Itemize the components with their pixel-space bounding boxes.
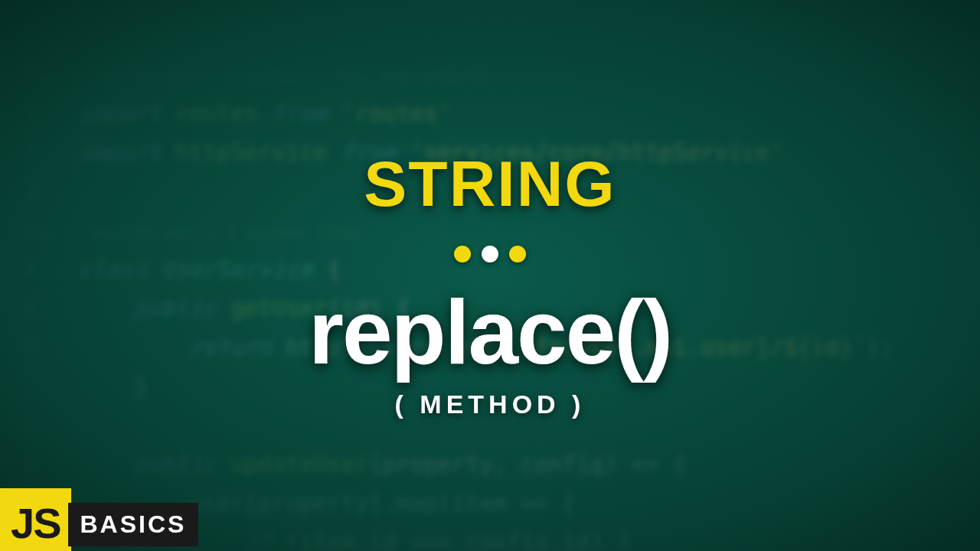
dot-icon xyxy=(509,246,526,262)
title-string: STRING xyxy=(364,147,616,221)
separator-dots xyxy=(454,246,526,262)
badge-basics: BASICS xyxy=(68,503,199,546)
js-basics-badge: JS BASICS xyxy=(0,488,198,551)
main-content: STRING replace() ( METHOD ) xyxy=(0,0,980,551)
method-label: ( METHOD ) xyxy=(395,390,586,419)
method-name: replace() xyxy=(309,287,671,377)
badge-js: JS xyxy=(0,488,71,551)
dot-icon xyxy=(482,246,498,262)
dot-icon xyxy=(454,246,471,262)
